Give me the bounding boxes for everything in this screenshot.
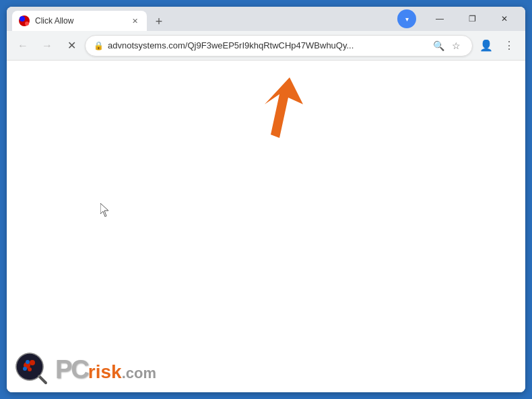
search-icon[interactable]: 🔍: [430, 38, 446, 54]
pc-text: PC: [55, 357, 88, 382]
new-tab-button[interactable]: +: [149, 12, 168, 31]
svg-marker-0: [265, 77, 303, 138]
more-icon: ⋮: [504, 39, 514, 52]
omnibox[interactable]: 🔒 advnotsystems.com/Qj9F3weEP5rI9khqRtwC…: [85, 35, 473, 57]
window-controls: — ❐ ✕: [424, 8, 520, 30]
watermark-text: PC risk .com: [55, 357, 156, 382]
url-text: advnotsystems.com/Qj9F3weEP5rI9khqRtwCHp…: [108, 40, 426, 50]
title-bar: Click Allow ✕ + ▾ — ❐ ✕: [7, 7, 525, 31]
forward-icon: →: [42, 40, 53, 52]
logo-svg: [15, 352, 50, 387]
close-nav-icon: ✕: [67, 39, 76, 52]
reload-button[interactable]: ✕: [61, 35, 82, 57]
profile-button[interactable]: 👤: [475, 35, 497, 57]
svg-point-7: [26, 360, 30, 364]
tab-close-button[interactable]: ✕: [129, 15, 140, 26]
watermark: PC risk .com: [7, 347, 164, 392]
omni-right-icons: 🔍 ☆: [430, 38, 464, 54]
svg-marker-1: [100, 203, 108, 217]
minimize-button[interactable]: —: [424, 8, 455, 30]
active-tab[interactable]: Click Allow ✕: [12, 11, 147, 31]
user-icon: 👤: [479, 39, 493, 52]
dropdown-arrow: ▾: [405, 15, 409, 23]
browser-window: Click Allow ✕ + ▾ — ❐ ✕ ← → ✕ 🔒 advnot: [7, 7, 525, 392]
toolbar: ← → ✕ 🔒 advnotsystems.com/Qj9F3weEP5rI9k…: [7, 31, 525, 61]
more-button[interactable]: ⋮: [498, 35, 520, 57]
profile-dropdown-icon[interactable]: ▾: [397, 9, 416, 28]
svg-point-4: [30, 360, 35, 365]
page-content: PC risk .com: [7, 61, 525, 392]
tab-favicon: [19, 15, 30, 26]
cursor-svg: [100, 203, 111, 217]
toolbar-right: 👤 ⋮: [475, 35, 520, 57]
bookmark-icon[interactable]: ☆: [448, 38, 464, 54]
risk-text: risk: [88, 363, 122, 382]
svg-point-6: [23, 367, 27, 371]
tab-area: Click Allow ✕ +: [12, 7, 397, 31]
pcrisk-logo-icon: [15, 352, 50, 387]
lock-icon: 🔒: [94, 41, 104, 50]
profile-area: ▾: [397, 9, 416, 28]
back-icon: ←: [18, 40, 28, 52]
svg-line-8: [39, 376, 46, 383]
svg-point-5: [28, 367, 32, 371]
maximize-button[interactable]: ❐: [457, 8, 488, 30]
forward-button[interactable]: →: [36, 35, 58, 57]
arrow-svg: [242, 74, 303, 141]
close-button[interactable]: ✕: [489, 8, 520, 30]
tab-title: Click Allow: [35, 16, 124, 26]
back-button[interactable]: ←: [12, 35, 34, 57]
cursor-indicator: [100, 203, 111, 219]
dotcom-text: .com: [122, 366, 156, 381]
